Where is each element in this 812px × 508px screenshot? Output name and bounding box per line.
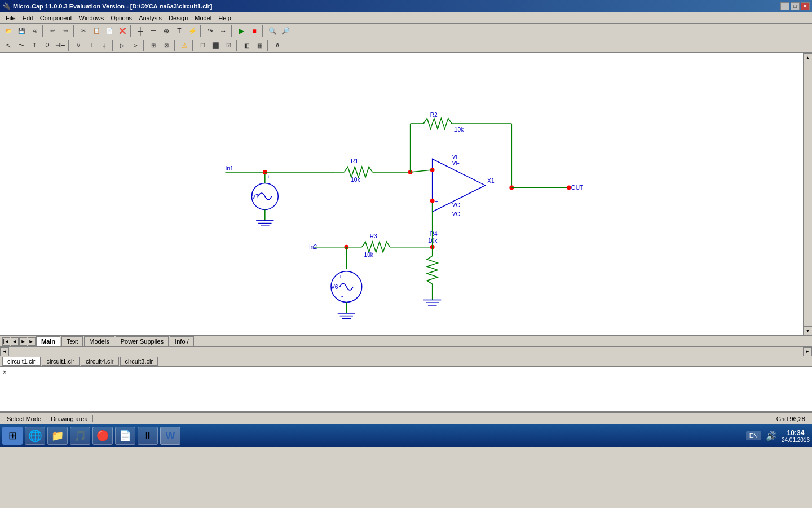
tb-print[interactable]: 🖨 bbox=[28, 25, 41, 37]
menu-analysis[interactable]: Analysis bbox=[135, 14, 165, 23]
svg-text:V6: V6 bbox=[331, 284, 338, 290]
menu-edit[interactable]: Edit bbox=[19, 14, 37, 23]
tb2-snap[interactable]: ⊠ bbox=[160, 40, 173, 52]
clock-time: 10:34 bbox=[782, 429, 810, 437]
tb2-annot[interactable]: A bbox=[271, 40, 284, 52]
tb-text[interactable]: T bbox=[173, 25, 186, 37]
tb2-b2[interactable]: ▦ bbox=[253, 40, 266, 52]
scroll-up-button[interactable]: ▲ bbox=[804, 53, 813, 62]
tb2-probe[interactable]: 〜 bbox=[15, 40, 28, 52]
tab-nav-next[interactable]: ► bbox=[19, 337, 27, 346]
sep4 bbox=[200, 25, 202, 37]
tb-zoom-in[interactable]: 🔍 bbox=[266, 25, 279, 37]
svg-text:VE: VE bbox=[452, 154, 460, 160]
tb-bus[interactable]: ═ bbox=[147, 25, 160, 37]
right-scrollbar: ▲ ▼ bbox=[803, 53, 812, 335]
tab-power-supplies[interactable]: Power Supplies bbox=[116, 336, 169, 346]
tb-wire[interactable]: ┼ bbox=[134, 25, 147, 37]
menu-options[interactable]: Options bbox=[107, 14, 135, 23]
svg-text:OUT: OUT bbox=[571, 185, 583, 191]
schematic-canvas[interactable]: + V7 In1 + R1 10k bbox=[0, 53, 803, 335]
tb2-cap[interactable]: ⊣⊢ bbox=[54, 40, 67, 52]
tb2-diode[interactable]: ⊳ bbox=[129, 40, 142, 52]
tb2-select[interactable]: ↖ bbox=[2, 40, 15, 52]
toolbar-2: ↖ 〜 T Ω ⊣⊢ V I ⏚ ▷ ⊳ ⊞ ⊠ ⚠ ☐ ⬛ ☑ ◧ ▦ A bbox=[0, 38, 812, 53]
scroll-down-button[interactable]: ▼ bbox=[804, 326, 813, 335]
tb2-grid[interactable]: ⊞ bbox=[147, 40, 160, 52]
menu-file[interactable]: File bbox=[2, 14, 19, 23]
tb2-a1[interactable]: ☐ bbox=[196, 40, 209, 52]
tb2-curr[interactable]: I bbox=[85, 40, 98, 52]
tb2-volt[interactable]: V bbox=[72, 40, 85, 52]
tb-junction[interactable]: ⊕ bbox=[160, 25, 173, 37]
tb2-text-tool[interactable]: T bbox=[28, 40, 41, 52]
tab-text[interactable]: Text bbox=[61, 336, 83, 346]
svg-text:In1: In1 bbox=[226, 165, 233, 172]
tb-zoom-out[interactable]: 🔎 bbox=[279, 25, 292, 37]
tb2-a3[interactable]: ☑ bbox=[222, 40, 235, 52]
tab-models[interactable]: Models bbox=[84, 336, 114, 346]
sep8 bbox=[112, 40, 114, 51]
start-button[interactable]: ⊞ bbox=[2, 427, 23, 445]
taskbar-ie[interactable]: 🌐 bbox=[25, 427, 45, 445]
scroll-track-horizontal[interactable] bbox=[9, 347, 803, 356]
tab-main[interactable]: Main bbox=[36, 336, 60, 346]
taskbar-pdf[interactable]: 📄 bbox=[115, 427, 135, 445]
tb-paste[interactable]: 📄 bbox=[103, 25, 116, 37]
menu-windows[interactable]: Windows bbox=[76, 14, 108, 23]
tb-undo[interactable]: ↩ bbox=[46, 25, 59, 37]
tb2-gnd[interactable]: ⏚ bbox=[98, 40, 111, 52]
sep10 bbox=[174, 40, 176, 51]
tb-redo[interactable]: ↪ bbox=[59, 25, 72, 37]
doc-tab-circuit3[interactable]: circuit3.cir bbox=[120, 357, 158, 366]
tb-cut[interactable]: ✂ bbox=[77, 25, 90, 37]
tb-rotate[interactable]: ↷ bbox=[204, 25, 217, 37]
tb-run[interactable]: ▶ bbox=[235, 25, 248, 37]
tb-delete[interactable]: ❌ bbox=[116, 25, 129, 37]
sep11 bbox=[192, 40, 195, 51]
taskbar-media[interactable]: 🎵 bbox=[70, 427, 90, 445]
taskbar: ⊞ 🌐 📁 🎵 🔴 📄 ⏸ W EN 🔊 10:34 24.01.2016 bbox=[0, 424, 812, 447]
menu-help[interactable]: Help bbox=[215, 14, 235, 23]
doc-tab-circuit1-2[interactable]: circuit1.cir bbox=[42, 357, 80, 366]
tab-nav-first[interactable]: |◄ bbox=[2, 337, 10, 346]
tb-stop[interactable]: ■ bbox=[248, 25, 261, 37]
tb2-opamp[interactable]: ▷ bbox=[116, 40, 129, 52]
taskbar-explorer[interactable]: 📁 bbox=[47, 427, 68, 445]
tb-component[interactable]: ⚡ bbox=[186, 25, 198, 37]
tb-save[interactable]: 💾 bbox=[15, 25, 28, 37]
volume-icon[interactable]: 🔊 bbox=[766, 431, 777, 441]
tb2-b1[interactable]: ◧ bbox=[240, 40, 253, 52]
status-mode: Select Mode bbox=[2, 415, 46, 422]
sep5 bbox=[231, 25, 233, 37]
doc-tab-circuit1-1[interactable]: circuit1.cir bbox=[2, 357, 41, 366]
minimize-button[interactable]: _ bbox=[780, 2, 789, 10]
taskbar-clock: 10:34 24.01.2016 bbox=[782, 429, 810, 443]
scroll-left-button[interactable]: ◄ bbox=[0, 347, 9, 356]
tb2-warn[interactable]: ⚠ bbox=[178, 40, 191, 52]
svg-text:VC: VC bbox=[452, 202, 460, 208]
tb-copy[interactable]: 📋 bbox=[90, 25, 103, 37]
menu-component[interactable]: Component bbox=[37, 14, 76, 23]
tab-nav-prev[interactable]: ◄ bbox=[11, 337, 19, 346]
tb-open[interactable]: 📂 bbox=[2, 25, 15, 37]
restore-button[interactable]: □ bbox=[791, 2, 800, 10]
tb-flip[interactable]: ↔ bbox=[217, 25, 230, 37]
tab-info[interactable]: Info / bbox=[170, 336, 193, 346]
doc-tab-circuit4[interactable]: circuit4.cir bbox=[81, 357, 119, 366]
menu-design[interactable]: Design bbox=[165, 14, 191, 23]
svg-text:+: + bbox=[267, 174, 270, 180]
lang-indicator[interactable]: EN bbox=[746, 431, 761, 440]
preview-area: ✕ bbox=[0, 367, 812, 412]
tab-nav-last[interactable]: ►| bbox=[28, 337, 36, 346]
scroll-track-right[interactable] bbox=[804, 62, 812, 326]
taskbar-word[interactable]: W bbox=[160, 427, 180, 445]
tb2-a2[interactable]: ⬛ bbox=[209, 40, 222, 52]
taskbar-chrome[interactable]: 🔴 bbox=[92, 427, 113, 445]
close-button[interactable]: ✕ bbox=[801, 2, 810, 10]
preview-close-button[interactable]: ✕ bbox=[1, 368, 8, 376]
menu-model[interactable]: Model bbox=[191, 14, 215, 23]
scroll-right-button[interactable]: ► bbox=[803, 347, 812, 356]
taskbar-player[interactable]: ⏸ bbox=[138, 427, 158, 445]
tb2-resistor[interactable]: Ω bbox=[41, 40, 54, 52]
